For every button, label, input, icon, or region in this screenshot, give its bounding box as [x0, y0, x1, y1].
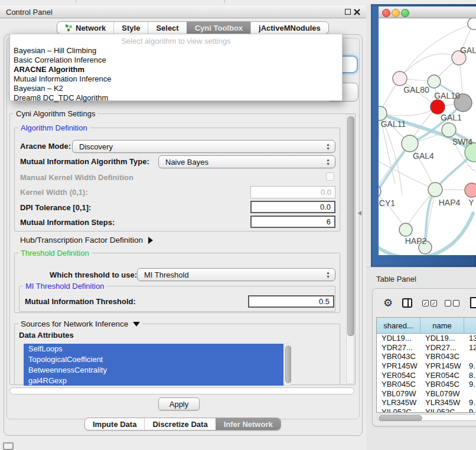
tab-impute-data-label: Impute Data: [93, 420, 136, 429]
table-row[interactable]: YBL079W YBL079W: [377, 389, 476, 399]
tab-jactivemnodules[interactable]: jActiveMNodules: [250, 22, 328, 34]
table-hscrollbar-thumb[interactable]: [379, 415, 422, 421]
settings-hscrollbar[interactable]: [9, 387, 354, 394]
zoom-window-icon[interactable]: [401, 9, 409, 17]
tab-discretize-data-label: Discretize Data: [152, 420, 207, 429]
aracne-mode-label-text: Aracne Mode:: [20, 142, 71, 151]
column-header[interactable]: shared...: [377, 318, 420, 333]
table-row[interactable]: YDR27... YDR27... 12: [377, 343, 476, 353]
list-item[interactable]: BetweennessCentrality: [24, 365, 283, 376]
list-item[interactable]: gal4RGexp: [24, 376, 283, 386]
network-node-gal1[interactable]: [431, 100, 445, 114]
table-hscrollbar[interactable]: [377, 414, 476, 421]
table-panel-title: Table Panel: [376, 275, 416, 283]
dpi-tolerance-field[interactable]: 0.0: [250, 201, 335, 213]
settings-scrollbar-thumb[interactable]: [347, 116, 354, 336]
algorithm-option[interactable]: Basic Correlation Inference: [10, 56, 342, 65]
network-node[interactable]: [402, 135, 418, 152]
data-attributes-list[interactable]: SelfLoops TopologicalCoefficient Between…: [24, 344, 283, 386]
control-panel-title: Control Panel: [6, 8, 53, 17]
minimize-window-icon[interactable]: [392, 9, 400, 17]
top-strip-tick: [224, 0, 225, 3]
network-node[interactable]: [428, 182, 442, 197]
close-panel-icon[interactable]: [354, 9, 360, 15]
algorithm-option[interactable]: Bayesian – Hill Climbing: [10, 46, 342, 56]
network-node[interactable]: [393, 71, 407, 86]
table-panel-title-text: Table Panel: [376, 275, 416, 283]
panel-grip-icon[interactable]: [3, 442, 14, 450]
float-panel-icon[interactable]: [345, 9, 351, 15]
network-window-titlebar[interactable]: [379, 6, 476, 18]
mi-steps-label: Mutual Information Steps:: [20, 218, 115, 227]
algorithm-option-selected[interactable]: ARACNE Algorithm: [10, 65, 342, 74]
tab-select[interactable]: Select: [148, 22, 186, 34]
table-toolbar: ⚙ ✓ ✓: [373, 297, 476, 312]
hub-definition-toggle[interactable]: Hub/Transcription Factor Definition: [20, 236, 153, 244]
mi-steps-field[interactable]: 6: [250, 216, 335, 228]
tab-cyni-toolbox[interactable]: Cyni Toolbox: [187, 22, 250, 34]
checkbox-checked-icon[interactable]: ✓: [431, 300, 437, 306]
dpi-tolerance-value: 0.0: [320, 203, 331, 211]
expanded-arrow-icon[interactable]: [133, 322, 140, 327]
gear-icon[interactable]: ⚙: [383, 298, 393, 308]
aracne-mode-combobox[interactable]: Discovery ▲▼: [72, 140, 335, 153]
checkbox-unchecked-icon[interactable]: [453, 300, 459, 306]
table-row[interactable]: YPR145W YPR145W 9.: [377, 361, 476, 371]
table-row[interactable]: YER054C YER054C 8.: [377, 370, 476, 380]
manual-kernel-checkbox[interactable]: [326, 172, 334, 181]
table-row[interactable]: YBR045C YBR045C 9.: [377, 380, 476, 389]
svg-text:Y: Y: [468, 198, 474, 207]
table-row[interactable]: YBR043C YBR043C: [377, 352, 476, 361]
network-canvas[interactable]: GAL GAL80 GAL10 GAL1 GAL11 SWI4 GAL4 GCY…: [379, 18, 476, 255]
attributes-list-scrollbar[interactable]: [284, 344, 291, 386]
table-row[interactable]: YLR345W YLR345W 9.: [377, 398, 476, 407]
network-node[interactable]: [465, 183, 476, 197]
network-node[interactable]: [399, 223, 412, 236]
svg-text:GAL4: GAL4: [413, 151, 434, 161]
checkbox-unchecked-icon[interactable]: [445, 300, 451, 306]
settings-scrollbar[interactable]: [346, 115, 354, 384]
tab-style-label: Style: [122, 24, 140, 32]
list-item[interactable]: SelfLoops: [24, 344, 283, 354]
manual-kernel-label: Manual Kernel Width Definition: [20, 173, 133, 182]
table-row[interactable]: YDL19... YDL19... 13: [377, 334, 476, 343]
algorithm-definition-title: Algorithm Definition: [18, 123, 90, 132]
mi-threshold-field[interactable]: 0.5: [248, 295, 334, 308]
splitter-handle-icon[interactable]: [358, 211, 361, 216]
close-window-icon[interactable]: [382, 9, 390, 17]
new-table-icon[interactable]: [470, 297, 476, 308]
network-node[interactable]: [442, 123, 456, 137]
node-table[interactable]: shared... name A YDL19... YDL19... 13 YD…: [376, 317, 476, 413]
tab-discretize-data[interactable]: Discretize Data: [144, 418, 215, 430]
list-item[interactable]: TopologicalCoefficient: [24, 354, 283, 365]
which-threshold-combobox[interactable]: MI Threshold ▲▼: [137, 268, 335, 281]
control-panel-titlebar[interactable]: Control Panel: [0, 5, 366, 18]
tab-impute-data[interactable]: Impute Data: [85, 418, 144, 430]
svg-text:GAL: GAL: [460, 45, 476, 55]
apply-button[interactable]: Apply: [158, 397, 200, 410]
svg-text:GAL11: GAL11: [381, 119, 406, 129]
tab-network[interactable]: Network: [57, 22, 113, 34]
tab-style[interactable]: Style: [113, 22, 148, 34]
checkbox-checked-icon[interactable]: ✓: [422, 300, 429, 306]
attributes-list-scrollbar-thumb[interactable]: [285, 345, 291, 383]
algorithm-option[interactable]: Dream8 DC_TDC Algorithm: [10, 93, 342, 103]
algorithm-option[interactable]: Mutual Information Inference: [10, 74, 342, 84]
which-threshold-label: Which threshold to use:: [50, 270, 137, 279]
combo-spinner-icon: ▲▼: [326, 158, 330, 166]
svg-text:GCY1: GCY1: [379, 198, 395, 208]
collapsed-arrow-icon[interactable]: [148, 237, 153, 244]
mi-type-combobox[interactable]: Naive Bayes ▲▼: [158, 155, 335, 168]
columns-icon[interactable]: [402, 298, 412, 308]
tab-infer-network[interactable]: Infer Network: [216, 418, 281, 430]
algorithm-option[interactable]: Bayesian – K2: [10, 84, 342, 93]
kernel-width-field[interactable]: 0.0: [250, 186, 335, 198]
data-attributes-label-text: Data Attributes: [19, 331, 74, 340]
network-view-window[interactable]: GAL GAL80 GAL10 GAL1 GAL11 SWI4 GAL4 GCY…: [371, 4, 476, 267]
column-header[interactable]: A: [464, 318, 476, 333]
network-node[interactable]: [428, 75, 441, 88]
network-node[interactable]: [379, 106, 387, 120]
column-header[interactable]: name: [420, 318, 464, 333]
table-row[interactable]: YIL052C YIL052C 9: [377, 407, 476, 413]
network-node[interactable]: [468, 18, 476, 30]
